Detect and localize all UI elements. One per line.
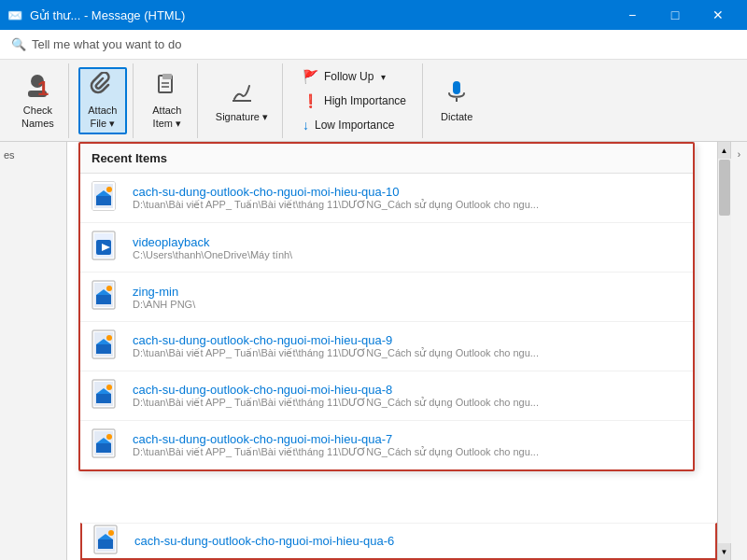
svg-rect-24 — [96, 344, 111, 354]
svg-rect-28 — [96, 394, 111, 403]
ribbon-group-attach-file: AttachFile ▾ — [73, 63, 134, 138]
scrollbar-thumb[interactable] — [719, 160, 730, 216]
file-info: cach-su-dung-outlook-cho-nguoi-moi-hieu-… — [133, 432, 682, 458]
file-path: D:\tuan\Bài viết APP_ Tuấn\Bài viết\thán… — [133, 446, 682, 458]
low-importance-label: Low Importance — [315, 119, 394, 132]
window-title: Gửi thư... - Message (HTML) — [30, 8, 185, 22]
file-info: zing-min D:\ANH PNG\ — [133, 285, 682, 310]
follow-up-button[interactable]: 🚩 Follow Up ▾ — [296, 65, 413, 88]
high-importance-icon: ❗ — [303, 93, 318, 108]
ribbon-group-attach-item: AttachItem ▾ — [137, 63, 198, 138]
file-type-icon — [92, 280, 121, 314]
title-bar-controls: − □ ✕ — [611, 0, 740, 30]
scrollbar-up-button[interactable]: ▲ — [718, 142, 731, 159]
file-type-icon — [92, 428, 121, 462]
search-bar: 🔍 Tell me what you want to do — [0, 30, 747, 60]
ribbon-group-names: CheckNames — [7, 63, 69, 138]
file-type-icon — [92, 379, 121, 413]
file-item[interactable]: zing-min D:\ANH PNG\ — [80, 273, 693, 322]
svg-rect-7 — [453, 81, 460, 94]
file-info: cach-su-dung-outlook-cho-nguoi-moi-hieu-… — [134, 534, 704, 548]
file-name: cach-su-dung-outlook-cho-nguoi-moi-hieu-… — [133, 185, 682, 199]
small-buttons-group: 🚩 Follow Up ▾ ❗ High Importance ↓ Low Im… — [292, 67, 416, 134]
file-path: D:\tuan\Bài viết APP_ Tuấn\Bài viết\thán… — [133, 347, 682, 359]
scrollbar-down-button[interactable]: ▼ — [718, 543, 731, 560]
dictate-button[interactable]: Dictate — [432, 67, 481, 134]
file-info: cach-su-dung-outlook-cho-nguoi-moi-hieu-… — [133, 333, 682, 359]
minimize-button[interactable]: − — [611, 0, 654, 30]
svg-rect-36 — [98, 539, 113, 549]
low-importance-button[interactable]: ↓ Low Importance — [296, 114, 413, 136]
attach-file-button[interactable]: AttachFile ▾ — [78, 67, 127, 134]
file-type-icon — [92, 181, 121, 215]
svg-point-25 — [106, 335, 112, 341]
scrollbar-track[interactable] — [718, 159, 731, 543]
dictate-icon — [444, 78, 470, 108]
maximize-button[interactable]: □ — [654, 0, 697, 30]
attach-item-label: AttachItem ▾ — [152, 104, 181, 131]
file-item[interactable]: cach-su-dung-outlook-cho-nguoi-moi-hieu-… — [80, 322, 693, 371]
file-type-icon — [92, 231, 121, 264]
search-placeholder: Tell me what you want to do — [32, 37, 181, 51]
svg-point-13 — [106, 187, 112, 192]
svg-rect-20 — [96, 295, 111, 304]
file-type-icon — [93, 525, 123, 558]
file-item[interactable]: videoplayback C:\Users\thanh\OneDrive\Má… — [80, 223, 693, 273]
file-path: C:\Users\thanh\OneDrive\Máy tính\ — [133, 249, 682, 260]
signature-button[interactable]: Signature ▾ — [207, 67, 276, 134]
chevron-right-icon: › — [738, 149, 740, 160]
svg-rect-12 — [96, 196, 111, 205]
attach-file-icon — [90, 72, 116, 102]
recent-items-title: Recent Items — [92, 151, 167, 165]
svg-point-37 — [108, 530, 114, 536]
file-type-icon — [92, 329, 121, 363]
file-item[interactable]: cach-su-dung-outlook-cho-nguoi-moi-hieu-… — [80, 421, 693, 469]
file-name: cach-su-dung-outlook-cho-nguoi-moi-hieu-… — [133, 383, 682, 397]
recent-items-header: Recent Items — [80, 144, 693, 174]
check-names-label: CheckNames — [21, 104, 54, 131]
scrollbar: ▲ ▼ — [717, 142, 730, 560]
main-panel: 2 Recent Items cach-su-dung-outlook-cho-… — [67, 142, 717, 560]
high-importance-label: High Importance — [324, 94, 406, 107]
ribbon: CheckNames AttachFile ▾ Attac — [0, 60, 747, 142]
dictate-label: Dictate — [441, 110, 472, 123]
high-importance-button[interactable]: ❗ High Importance — [296, 90, 413, 112]
title-bar-left: ✉️ Gửi thư... - Message (HTML) — [7, 8, 185, 22]
signature-label: Signature ▾ — [216, 110, 268, 123]
follow-up-dropdown-icon: ▾ — [381, 72, 386, 82]
title-bar: ✉️ Gửi thư... - Message (HTML) − □ ✕ — [0, 0, 747, 30]
left-label-text: es — [4, 149, 15, 161]
file-item-partial[interactable]: cach-su-dung-outlook-cho-nguoi-moi-hieu-… — [80, 523, 717, 560]
file-path: D:\tuan\Bài viết APP_ Tuấn\Bài viết\thán… — [133, 397, 682, 409]
right-collapse-button[interactable]: › — [730, 142, 747, 560]
left-sidebar: es 1 — [0, 142, 67, 560]
ribbon-group-dictate: Dictate — [427, 63, 486, 138]
step-1-marker: 1 — [37, 77, 49, 101]
file-info: cach-su-dung-outlook-cho-nguoi-moi-hieu-… — [133, 185, 682, 211]
close-button[interactable]: ✕ — [697, 0, 740, 30]
attach-item-icon — [154, 72, 180, 102]
file-info: cach-su-dung-outlook-cho-nguoi-moi-hieu-… — [133, 383, 682, 409]
file-item[interactable]: cach-su-dung-outlook-cho-nguoi-moi-hieu-… — [80, 174, 693, 223]
ribbon-group-signature: Signature ▾ — [202, 63, 283, 138]
title-bar-icon: ✉️ — [7, 8, 22, 22]
file-info: videoplayback C:\Users\thanh\OneDrive\Má… — [133, 235, 682, 260]
attach-file-label: AttachFile ▾ — [88, 104, 117, 131]
file-path: D:\ANH PNG\ — [133, 299, 682, 310]
search-icon: 🔍 — [11, 37, 26, 51]
svg-point-21 — [106, 286, 112, 291]
svg-rect-3 — [162, 74, 172, 79]
file-name: videoplayback — [133, 235, 682, 249]
ribbon-group-flags: 🚩 Follow Up ▾ ❗ High Importance ↓ Low Im… — [287, 63, 423, 138]
file-item[interactable]: cach-su-dung-outlook-cho-nguoi-moi-hieu-… — [80, 371, 693, 421]
svg-point-29 — [106, 385, 112, 390]
flag-icon: 🚩 — [303, 69, 318, 84]
attach-item-button[interactable]: AttachItem ▾ — [143, 67, 191, 134]
file-name: cach-su-dung-outlook-cho-nguoi-moi-hieu-… — [134, 534, 704, 548]
content-area: es 1 2 Recent Items — [0, 142, 747, 560]
low-importance-icon: ↓ — [303, 118, 309, 133]
file-path: D:\tuan\Bài viết APP_ Tuấn\Bài viết\thán… — [133, 199, 682, 211]
recent-items-panel: Recent Items cach-su-dung-outlook-cho-ng… — [78, 142, 695, 471]
file-name: cach-su-dung-outlook-cho-nguoi-moi-hieu-… — [133, 432, 682, 446]
follow-up-label: Follow Up — [324, 70, 374, 83]
